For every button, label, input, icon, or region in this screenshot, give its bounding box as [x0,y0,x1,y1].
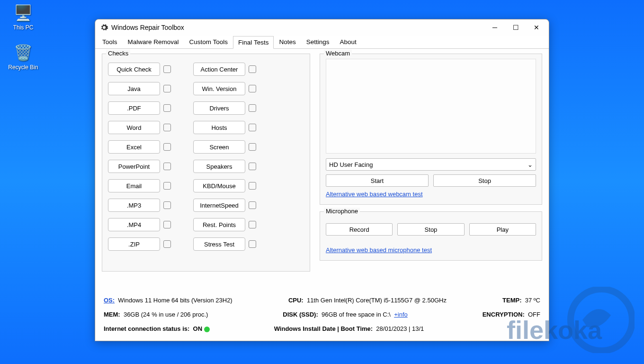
check-checkbox[interactable] [163,85,171,92]
minimize-button[interactable]: ─ [484,20,505,35]
monitor-icon: 🖥️ [7,4,40,22]
check-button-rest-points[interactable]: Rest. Points [193,218,245,231]
check-button--mp4[interactable]: .MP4 [108,218,160,231]
cpu-label: CPU: [288,297,304,304]
os-label[interactable]: OS: [104,297,115,304]
check-checkbox[interactable] [249,65,256,73]
install-value: 28/01/2023 | 13/1 [376,325,424,332]
check-button-win-version[interactable]: Win. Version [193,82,245,95]
net-status: ON [193,325,203,332]
check-checkbox[interactable] [163,163,171,170]
checks-group: Checks Quick CheckAction CenterJavaWin. … [102,54,310,272]
webcam-group: Webcam HD User Facing ⌄ Start Stop Alter… [320,54,542,205]
disk-label: DISK (SSD): [283,311,318,318]
check-checkbox[interactable] [249,221,256,228]
webcam-legend: Webcam [324,50,352,57]
check-button-speakers[interactable]: Speakers [193,160,245,173]
desktop-icon-label: This PC [13,24,34,31]
temp-label: TEMP: [502,297,521,304]
webcam-alt-link[interactable]: Alternative web based webcam test [326,191,423,198]
app-window: Windows Repair Toolbox ─ ☐ ✕ Tools Malwa… [95,19,549,341]
check-button-email[interactable]: Email [108,179,160,192]
enc-label: ENCRYPTION: [483,311,525,318]
check-button-drivers[interactable]: Drivers [193,101,245,115]
mem-label: MEM: [104,311,120,318]
os-value: Windows 11 Home 64 bits (Version 23H2) [118,297,232,304]
gear-icon [100,23,108,32]
close-button[interactable]: ✕ [526,20,547,35]
desktop-icon-label: Recycle Bin [8,64,38,71]
tab-tools[interactable]: Tools [97,36,123,48]
tab-bar: Tools Malware Removal Custom Tools Final… [95,36,549,49]
check-checkbox[interactable] [163,124,171,131]
enc-value: OFF [528,311,540,318]
tab-final-tests[interactable]: Final Tests [233,36,274,49]
titlebar[interactable]: Windows Repair Toolbox ─ ☐ ✕ [95,19,549,36]
check-checkbox[interactable] [163,201,171,209]
webcam-device-select[interactable]: HD User Facing ⌄ [326,158,536,171]
mic-record-button[interactable]: Record [326,223,393,236]
check-checkbox[interactable] [249,85,256,92]
check-button--zip[interactable]: .ZIP [108,237,160,251]
check-checkbox[interactable] [249,163,256,170]
check-checkbox[interactable] [249,240,256,248]
check-checkbox[interactable] [163,143,171,151]
check-button-action-center[interactable]: Action Center [193,63,245,76]
check-checkbox[interactable] [249,124,256,131]
microphone-legend: Microphone [324,208,360,215]
desktop-icon-recycle-bin[interactable]: 🗑️ Recycle Bin [7,44,40,71]
check-button-kbd-mouse[interactable]: KBD/Mouse [193,179,245,192]
net-label: Internet connection status is: [104,325,189,332]
window-title: Windows Repair Toolbox [111,24,484,31]
mic-alt-link[interactable]: Alternative web based microphone test [326,246,432,254]
check-checkbox[interactable] [163,221,171,228]
check-button-excel[interactable]: Excel [108,140,160,154]
webcam-device-value: HD User Facing [329,161,373,168]
check-button--mp3[interactable]: .MP3 [108,199,160,212]
check-checkbox[interactable] [249,143,256,151]
check-checkbox[interactable] [163,65,171,73]
check-button-powerpoint[interactable]: PowerPoint [108,160,160,173]
check-button--pdf[interactable]: .PDF [108,101,160,115]
check-checkbox[interactable] [163,104,171,112]
checks-legend: Checks [106,50,130,57]
check-button-stress-test[interactable]: Stress Test [193,237,245,251]
tab-custom-tools[interactable]: Custom Tools [184,36,233,48]
webcam-preview [326,59,536,154]
check-button-quick-check[interactable]: Quick Check [108,63,160,76]
install-label: Windows Install Date | Boot Time: [274,325,373,332]
mem-value: 36GB (24 % in use / 206 proc.) [124,311,208,318]
tab-about[interactable]: About [334,36,361,48]
disk-info-link[interactable]: +info [394,311,408,318]
webcam-start-button[interactable]: Start [326,174,429,187]
microphone-group: Microphone Record Stop Play Alternative … [320,211,542,261]
check-button-internetspeed[interactable]: InternetSpeed [193,199,245,212]
check-button-screen[interactable]: Screen [193,140,245,154]
mic-stop-button[interactable]: Stop [397,223,464,236]
check-checkbox[interactable] [249,104,256,112]
tab-settings[interactable]: Settings [301,36,335,48]
disk-value: 96GB of free space in C:\ [322,311,391,318]
trash-icon: 🗑️ [7,44,40,62]
check-checkbox[interactable] [249,182,256,190]
maximize-button[interactable]: ☐ [505,20,526,35]
chevron-down-icon: ⌄ [528,161,533,168]
tab-malware-removal[interactable]: Malware Removal [123,36,184,48]
check-checkbox[interactable] [249,201,256,209]
check-checkbox[interactable] [163,182,171,190]
check-button-word[interactable]: Word [108,121,160,134]
check-button-java[interactable]: Java [108,82,160,95]
webcam-stop-button[interactable]: Stop [433,174,536,187]
mic-play-button[interactable]: Play [469,223,536,236]
temp-value: 37 ºC [525,297,540,304]
cpu-value: 11th Gen Intel(R) Core(TM) i5-1155G7 @ 2… [307,297,447,304]
check-checkbox[interactable] [163,240,171,248]
svg-point-0 [571,289,632,351]
desktop-icon-this-pc[interactable]: 🖥️ This PC [7,4,40,31]
check-button-hosts[interactable]: Hosts [193,121,245,134]
status-footer: OS: Windows 11 Home 64 bits (Version 23H… [95,290,549,341]
tab-notes[interactable]: Notes [274,36,301,48]
status-dot-icon [204,327,210,332]
